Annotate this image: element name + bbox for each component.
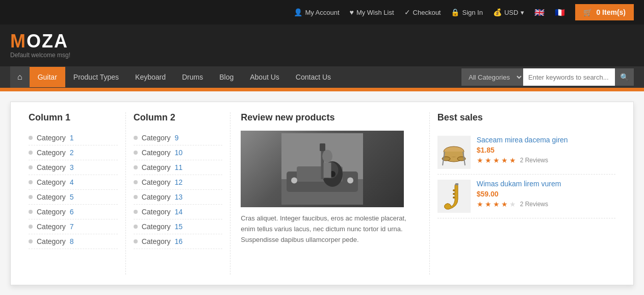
star-3: ★ [493, 156, 500, 164]
category-link[interactable]: 7 [70, 223, 74, 231]
wish-list-link[interactable]: ♥ My Wish List [350, 8, 394, 16]
review-product-image[interactable] [241, 131, 404, 207]
category-link[interactable]: 16 [174, 237, 183, 245]
logo[interactable]: MOZA Default welcome msg! [10, 32, 70, 59]
bullet-icon [29, 239, 33, 243]
category-link[interactable]: 13 [174, 193, 183, 201]
list-item[interactable]: Category 1 [29, 131, 118, 145]
my-account-link[interactable]: 👤 My Account [294, 8, 339, 16]
product-1-image[interactable] [437, 136, 471, 169]
nav-item-contact-us[interactable]: Contact Us [288, 67, 339, 87]
bullet-icon [134, 151, 138, 155]
nav-about-label: About Us [250, 73, 279, 81]
svg-point-21 [453, 193, 455, 195]
mega-dropdown: Column 1 Category 1 Category 2 Category … [10, 102, 634, 285]
category-link[interactable]: 1 [70, 134, 74, 142]
cart-button[interactable]: 🛒 0 Item(s) [575, 4, 634, 20]
product-item: Wimas dukam lirem vurem $59.00 ★ ★ ★ ★ ★… [437, 175, 615, 218]
checkout-link[interactable]: ✓ Checkout [404, 8, 441, 16]
category-link[interactable]: 11 [174, 163, 183, 171]
category-link[interactable]: 10 [174, 149, 183, 157]
nav-item-keyboard[interactable]: Keyboard [127, 67, 174, 87]
product-1-reviews: 2 Reviews [520, 157, 548, 164]
chevron-down-icon: ▾ [521, 9, 524, 16]
star-5: ★ [509, 200, 516, 208]
search-input[interactable] [523, 68, 615, 86]
logo-m: M [10, 31, 27, 52]
category-link[interactable]: 9 [174, 134, 178, 142]
nav-item-guitar[interactable]: Guitar [30, 67, 65, 87]
list-item[interactable]: Category 12 [134, 175, 223, 190]
list-item[interactable]: Category 5 [29, 190, 118, 205]
bullet-icon [29, 195, 33, 199]
flag-en-icon[interactable]: 🇬🇧 [534, 8, 545, 17]
bullet-icon [134, 195, 138, 199]
list-item[interactable]: Category 14 [134, 205, 223, 219]
checkout-icon: ✓ [404, 8, 410, 16]
nav-product-types-label: Product Types [73, 73, 119, 81]
product-1-price: $1.85 [477, 146, 568, 154]
product-2-name-link[interactable]: lirem vurem [524, 180, 561, 188]
my-account-label: My Account [305, 9, 339, 16]
bullet-icon [29, 225, 33, 229]
category-link[interactable]: 8 [70, 237, 74, 245]
flag-fr-icon[interactable]: 🇫🇷 [555, 8, 565, 17]
header: MOZA Default welcome msg! [0, 24, 644, 66]
list-item[interactable]: Category 2 [29, 145, 118, 160]
list-item[interactable]: Category 9 [134, 131, 223, 145]
product-1-name[interactable]: Saceam mirea dacema giren [477, 136, 568, 144]
category-link[interactable]: 6 [70, 208, 74, 216]
list-item[interactable]: Category 6 [29, 205, 118, 219]
product-2-rating: ★ ★ ★ ★ ★ 2 Reviews [477, 200, 561, 208]
logo-text: MOZA [10, 32, 70, 51]
category-link[interactable]: 4 [70, 178, 74, 186]
nav-item-blog[interactable]: Blog [211, 67, 242, 87]
list-item[interactable]: Category 11 [134, 160, 223, 175]
category-link[interactable]: 15 [174, 223, 183, 231]
nav-contact-label: Contact Us [296, 73, 331, 81]
category-link[interactable]: 3 [70, 163, 74, 171]
currency-selector[interactable]: 💰 USD ▾ [493, 8, 524, 16]
list-item[interactable]: Category 4 [29, 175, 118, 190]
nav-item-product-types[interactable]: Product Types [65, 67, 127, 87]
product-2-price: $59.00 [477, 190, 561, 198]
logo-rest: OZA [27, 31, 68, 52]
list-item[interactable]: Category 13 [134, 190, 223, 205]
search-icon: 🔍 [620, 73, 629, 81]
sign-in-link[interactable]: 🔒 Sign In [451, 8, 482, 16]
review-title: Review new products [241, 112, 419, 123]
category-link[interactable]: 2 [70, 149, 74, 157]
search-bar: All Categories 🔍 [461, 68, 634, 86]
col2-category-list: Category 9 Category 10 Category 11 Categ… [134, 131, 223, 249]
nav-home-button[interactable]: ⌂ [10, 66, 30, 88]
nav-item-drums[interactable]: Drums [174, 67, 211, 87]
currency-icon: 💰 [493, 8, 502, 16]
list-item[interactable]: Category 7 [29, 219, 118, 234]
bullet-icon [29, 180, 33, 184]
search-category-select[interactable]: All Categories [461, 68, 523, 86]
bullet-icon [134, 225, 138, 229]
category-link[interactable]: 14 [174, 208, 183, 216]
product-2-name[interactable]: Wimas dukam lirem vurem [477, 180, 561, 188]
category-link[interactable]: 5 [70, 193, 74, 201]
category-link[interactable]: 12 [174, 178, 183, 186]
list-item[interactable]: Category 8 [29, 234, 118, 249]
nav-item-about-us[interactable]: About Us [242, 67, 288, 87]
list-item[interactable]: Category 10 [134, 145, 223, 160]
product-2-image[interactable] [437, 180, 471, 213]
list-item[interactable]: Category 15 [134, 219, 223, 234]
list-item[interactable]: Category 3 [29, 160, 118, 175]
svg-point-5 [347, 178, 353, 184]
product-1-rating: ★ ★ ★ ★ ★ 2 Reviews [477, 156, 568, 164]
review-section: Review new products [230, 112, 429, 275]
top-bar: 👤 My Account ♥ My Wish List ✓ Checkout 🔒… [0, 0, 644, 24]
search-button[interactable]: 🔍 [615, 68, 634, 86]
svg-point-11 [322, 150, 332, 163]
product-2-info: Wimas dukam lirem vurem $59.00 ★ ★ ★ ★ ★… [477, 180, 561, 208]
bullet-icon [29, 165, 33, 169]
svg-rect-12 [324, 163, 331, 178]
best-sales-section: Best sales Saceam mirea [430, 112, 623, 275]
logo-subtitle: Default welcome msg! [10, 52, 70, 59]
svg-rect-10 [320, 143, 325, 151]
list-item[interactable]: Category 16 [134, 234, 223, 249]
